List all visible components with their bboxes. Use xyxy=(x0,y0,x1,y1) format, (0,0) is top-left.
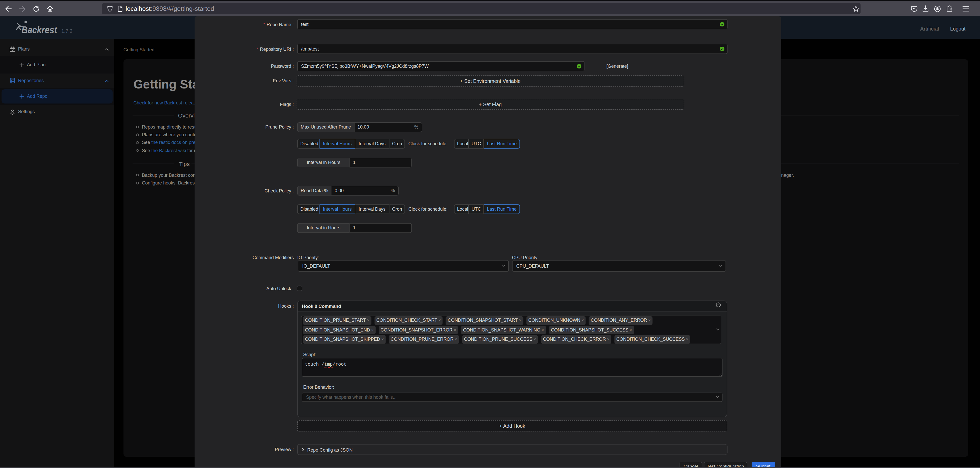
svg-text:Backrest: Backrest xyxy=(22,24,57,35)
